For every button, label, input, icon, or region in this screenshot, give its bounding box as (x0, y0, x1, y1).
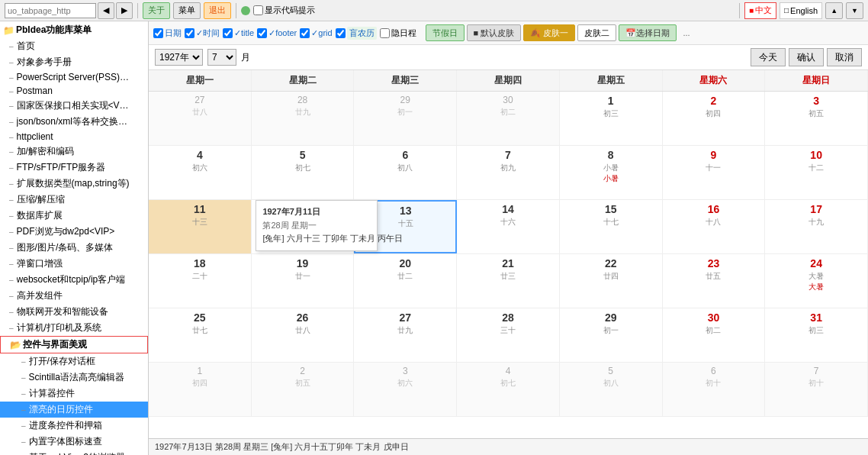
sidebar-item-21[interactable]: – Scintilla语法高亮编辑器 (0, 369, 148, 386)
cal-cell-3-5[interactable]: 23廿五 (663, 254, 766, 308)
sidebar-item-18[interactable]: – 计算机/打印机及系统 (0, 320, 148, 336)
sidebar-item-11[interactable]: – 数据库扩展 (0, 208, 148, 224)
sidebar-title[interactable]: 📁 PbIdea功能库菜单 (0, 21, 148, 38)
sidebar-item-0[interactable]: – 首页 (0, 38, 148, 54)
cal-cell-3-1[interactable]: 19廿一 (252, 254, 355, 308)
date-pick-button[interactable]: 📅选择日期 (619, 24, 677, 41)
cal-cell-5-2[interactable]: 3初六 (354, 363, 457, 416)
cal-cell-0-3[interactable]: 30初二 (457, 92, 560, 145)
day-number: 29 (357, 95, 453, 105)
confirm-button[interactable]: 确认 (789, 48, 824, 66)
cal-cell-1-5[interactable]: 9十一 (663, 146, 766, 199)
chk-date[interactable]: 日期 (153, 27, 182, 39)
cal-cell-2-3[interactable]: 14十六 (457, 200, 560, 253)
lunar-day: 初六 (152, 163, 248, 173)
cal-cell-1-0[interactable]: 4初六 (149, 146, 252, 199)
sidebar-item-24[interactable]: – 进度条控件和押箱 (0, 418, 148, 434)
lang-en-button[interactable]: □ English (780, 2, 822, 19)
sidebar-item-3[interactable]: – Postman (0, 84, 148, 98)
chk-time[interactable]: ✓时间 (185, 27, 220, 39)
toolbar-arrow-down[interactable]: ▼ (846, 2, 863, 19)
year-select[interactable]: 1927年 1926年 1928年 (155, 49, 203, 66)
cal-cell-5-4[interactable]: 5初八 (560, 363, 663, 416)
jiediri-button[interactable]: 节假日 (426, 24, 465, 41)
sidebar-item-20[interactable]: – 打开/保存对话框 (0, 353, 148, 369)
cal-cell-3-4[interactable]: 22廿四 (560, 254, 663, 308)
exit-button[interactable]: 退出 (204, 2, 231, 19)
chk-footer[interactable]: ✓footer (257, 28, 297, 38)
cal-cell-0-1[interactable]: 28廿九 (252, 92, 355, 145)
skin1-button[interactable]: 🍂 皮肤一 (523, 24, 575, 41)
cal-cell-4-5[interactable]: 30初二 (663, 308, 766, 362)
cal-cell-2-4[interactable]: 15十七 (560, 200, 663, 253)
cal-cell-5-6[interactable]: 7初十 (765, 363, 868, 416)
cal-cell-5-1[interactable]: 2初五 (252, 363, 355, 416)
sidebar-item-17[interactable]: – 物联网开发和智能设备 (0, 304, 148, 320)
cal-cell-2-5[interactable]: 16十八 (663, 200, 766, 253)
cal-cell-3-2[interactable]: 20廿二 (354, 254, 457, 308)
cal-cell-1-1[interactable]: 5初七 (252, 146, 355, 199)
cal-cell-1-4[interactable]: 8小暑小暑 (560, 146, 663, 199)
chk-title[interactable]: ✓title (223, 28, 254, 38)
menu-button[interactable]: 菜单 (173, 2, 201, 19)
cal-cell-0-4[interactable]: 1初三 (560, 92, 663, 145)
sidebar-item-13[interactable]: – 图形/图片/条码、多媒体 (0, 240, 148, 256)
sidebar-item-14[interactable]: – 弹窗口增强 (0, 256, 148, 272)
cal-cell-0-2[interactable]: 29初一 (354, 92, 457, 145)
lunar-day: 初四 (152, 378, 248, 389)
month-select[interactable]: 1234 567 89101112 (207, 49, 236, 66)
cal-cell-1-3[interactable]: 7初九 (457, 146, 560, 199)
sidebar-item-4[interactable]: – 国家医保接口相关实现<VIP> (0, 98, 148, 114)
day-number: 21 (460, 257, 556, 269)
sidebar-item-10[interactable]: – 压缩/解压缩 (0, 192, 148, 208)
sidebar-item-9[interactable]: – 扩展数据类型(map,string等) (0, 176, 148, 192)
cal-cell-5-0[interactable]: 1初四 (149, 363, 252, 416)
cal-cell-4-6[interactable]: 31初三 (765, 308, 868, 362)
sidebar-item-6[interactable]: – httpclient (0, 130, 148, 144)
sidebar-item-19[interactable]: 📂控件与界面美观 (0, 336, 148, 353)
display-hint-checkbox[interactable]: 显示代码提示 (253, 5, 315, 16)
sidebar-item-22[interactable]: – 计算器控件 (0, 386, 148, 402)
cancel-button[interactable]: 取消 (827, 48, 862, 66)
sidebar-item-15[interactable]: – websocket和tcpip/ip客户端 (0, 272, 148, 288)
default-skin-button[interactable]: ■ 默认皮肤 (467, 24, 522, 41)
skin2-button[interactable]: 皮肤二 (577, 24, 616, 41)
sidebar-item-1[interactable]: – 对象参考手册 (0, 54, 148, 70)
cal-cell-4-0[interactable]: 25廿七 (149, 308, 252, 362)
cal-cell-0-5[interactable]: 2初四 (663, 92, 766, 145)
sidebar-item-23[interactable]: – 漂亮的日历控件 (0, 402, 148, 418)
sidebar-item-2[interactable]: – PowerScript Server(PSS)(VIP) (0, 70, 148, 84)
sidebar-item-7[interactable]: – 加/解密和编码 (0, 144, 148, 160)
cal-cell-1-2[interactable]: 6初八 (354, 146, 457, 199)
cal-cell-0-0[interactable]: 27廿八 (149, 92, 252, 145)
chk-nongli[interactable]: 盲农历 (336, 27, 377, 40)
sidebar-item-8[interactable]: – FTP/sFTP/FTP服务器 (0, 160, 148, 176)
cal-cell-1-6[interactable]: 10十二 (765, 146, 868, 199)
cal-cell-4-2[interactable]: 27廿九 (354, 308, 457, 362)
sidebar-item-16[interactable]: – 高并发组件 (0, 288, 148, 304)
cal-cell-3-3[interactable]: 21廿三 (457, 254, 560, 308)
about-button[interactable]: 关于 (143, 2, 170, 19)
lang-cn-button[interactable]: ■ 中文 (744, 2, 776, 19)
sidebar-item-12[interactable]: – PDF浏览与dw2pd<VIP> (0, 224, 148, 240)
cal-cell-5-5[interactable]: 6初十 (663, 363, 766, 416)
cal-cell-5-3[interactable]: 4初七 (457, 363, 560, 416)
toolbar-arrow-up[interactable]: ▲ (825, 2, 843, 19)
sidebar-item-5[interactable]: – json/bson/xml等各种交换格式 (0, 114, 148, 130)
cal-cell-3-0[interactable]: 18二十 (149, 254, 252, 308)
cal-cell-2-6[interactable]: 17十九 (765, 200, 868, 253)
search-back-button[interactable]: ◀ (98, 2, 114, 19)
sidebar-item-26[interactable]: – 基于webView2的浏览器实现 (0, 450, 148, 455)
cal-cell-0-6[interactable]: 3初五 (765, 92, 868, 145)
cal-cell-4-3[interactable]: 28三十 (457, 308, 560, 362)
chk-schedule[interactable]: 隐日程 (380, 27, 416, 39)
cal-cell-4-4[interactable]: 29初一 (560, 308, 663, 362)
cal-cell-3-6[interactable]: 24大暑大暑 (765, 254, 868, 308)
search-input[interactable] (5, 3, 96, 18)
today-button[interactable]: 今天 (751, 48, 786, 66)
chk-grid[interactable]: ✓grid (300, 28, 332, 38)
sidebar-item-25[interactable]: – 内置字体图标速查 (0, 434, 148, 450)
search-forward-button[interactable]: ▶ (116, 2, 133, 19)
cal-cell-2-0[interactable]: 11十三1927年7月11日 第28周 星期一 [兔年] 六月十三 丁卯年 丁未… (149, 200, 252, 253)
cal-cell-4-1[interactable]: 26廿八 (252, 308, 355, 362)
